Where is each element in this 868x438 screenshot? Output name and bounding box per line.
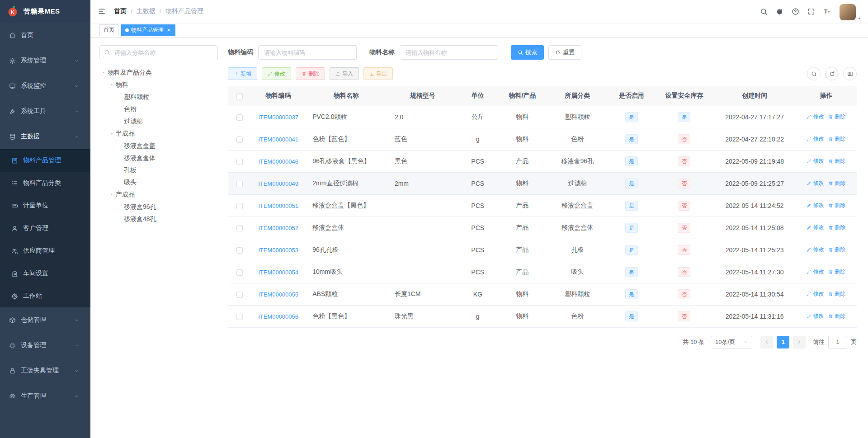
- sidebar-subitem[interactable]: 供应商管理: [0, 240, 90, 262]
- next-page-button[interactable]: [793, 336, 806, 349]
- row-checkbox[interactable]: [236, 314, 243, 320]
- font-size-button[interactable]: TT: [819, 0, 835, 23]
- edit-button[interactable]: 修改: [262, 67, 291, 80]
- item-code-link[interactable]: ITEM00000041: [258, 136, 298, 143]
- sidebar-item[interactable]: 工装夹具管理: [0, 358, 90, 383]
- tree-node[interactable]: 过滤棉: [99, 115, 218, 127]
- filter-input-1[interactable]: [400, 45, 498, 60]
- fullscreen-button[interactable]: [803, 0, 819, 23]
- tree-node[interactable]: 色粉: [99, 103, 218, 115]
- row-checkbox[interactable]: [236, 269, 243, 276]
- edit-link[interactable]: 修改: [807, 202, 824, 209]
- sidebar-subitem[interactable]: 物料产品分类: [0, 172, 90, 194]
- row-checkbox[interactable]: [236, 247, 243, 254]
- tree-node[interactable]: 产成品: [99, 188, 218, 201]
- sidebar-subitem[interactable]: 客户管理: [0, 217, 90, 240]
- delete-link[interactable]: 删除: [828, 113, 845, 121]
- sidebar-subitem[interactable]: 车间设置: [0, 262, 90, 285]
- tree-node[interactable]: 移液盒96孔: [99, 201, 218, 213]
- delete-link[interactable]: 删除: [828, 312, 845, 320]
- delete-link[interactable]: 删除: [828, 179, 845, 187]
- import-button[interactable]: 导入: [330, 67, 359, 80]
- item-code-link[interactable]: ITEM00000051: [258, 203, 298, 209]
- sidebar-item[interactable]: 设备管理: [0, 333, 90, 358]
- columns-button[interactable]: [843, 67, 857, 80]
- item-code-link[interactable]: ITEM00000049: [258, 180, 298, 187]
- help-button[interactable]: [788, 0, 803, 23]
- delete-link[interactable]: 删除: [828, 157, 845, 165]
- goto-page-input[interactable]: [828, 336, 847, 349]
- refresh-button[interactable]: [825, 67, 839, 80]
- add-button[interactable]: 新增: [228, 67, 257, 80]
- tree-node[interactable]: 移液盒盒体: [99, 152, 218, 164]
- github-button[interactable]: [772, 0, 788, 23]
- item-code-link[interactable]: ITEM00000053: [258, 247, 298, 254]
- tree-node[interactable]: 孔板: [99, 164, 218, 176]
- current-page-button[interactable]: 1: [777, 336, 789, 349]
- delete-link[interactable]: 删除: [828, 202, 845, 209]
- tag-view-item[interactable]: 首页: [99, 24, 118, 36]
- edit-link[interactable]: 修改: [807, 135, 824, 143]
- item-code-link[interactable]: ITEM00000037: [258, 114, 298, 121]
- tree-node[interactable]: 物料: [99, 79, 218, 91]
- row-checkbox[interactable]: [236, 159, 243, 165]
- edit-link[interactable]: 修改: [807, 179, 824, 187]
- sidebar-item[interactable]: 系统管理: [0, 48, 90, 73]
- edit-link[interactable]: 修改: [807, 246, 824, 254]
- tree-node[interactable]: 物料及产品分类: [99, 66, 218, 79]
- row-checkbox[interactable]: [236, 181, 243, 187]
- edit-link[interactable]: 修改: [807, 224, 824, 231]
- export-button[interactable]: 导出: [363, 67, 393, 80]
- delete-link[interactable]: 删除: [828, 246, 845, 254]
- sidebar-item[interactable]: 系统工具: [0, 99, 90, 124]
- tree-node[interactable]: 半成品: [99, 127, 218, 140]
- tree-node[interactable]: 移液盒盒盖: [99, 140, 218, 152]
- user-menu[interactable]: [840, 0, 862, 23]
- row-checkbox[interactable]: [236, 225, 243, 231]
- edit-link[interactable]: 修改: [807, 268, 824, 276]
- breadcrumb-item[interactable]: 首页: [114, 7, 127, 15]
- row-checkbox[interactable]: [236, 114, 243, 121]
- edit-link[interactable]: 修改: [807, 290, 824, 298]
- tree-node[interactable]: 塑料颗粒: [99, 91, 218, 103]
- tree-node[interactable]: 吸头: [99, 176, 218, 188]
- delete-link[interactable]: 删除: [828, 268, 845, 276]
- close-icon[interactable]: [166, 28, 171, 33]
- item-code-link[interactable]: ITEM00000054: [258, 269, 298, 276]
- sidebar-toggle-button[interactable]: [90, 0, 113, 23]
- item-code-link[interactable]: ITEM00000055: [258, 291, 298, 298]
- select-all-checkbox[interactable]: [236, 93, 243, 99]
- tag-view-item[interactable]: 物料产品管理: [121, 24, 175, 36]
- sidebar-subitem[interactable]: 计量单位: [0, 194, 90, 217]
- sidebar-item[interactable]: 系统监控: [0, 73, 90, 99]
- item-code-link[interactable]: ITEM00000056: [258, 313, 298, 320]
- delete-button[interactable]: 删除: [296, 67, 325, 80]
- item-code-link[interactable]: ITEM00000046: [258, 158, 298, 165]
- sidebar-item[interactable]: 仓储管理: [0, 307, 90, 333]
- delete-link[interactable]: 删除: [828, 224, 845, 231]
- filter-input-0[interactable]: [258, 45, 357, 60]
- row-checkbox[interactable]: [236, 292, 243, 298]
- sidebar-item[interactable]: 生产管理: [0, 383, 90, 409]
- edit-link[interactable]: 修改: [807, 113, 824, 121]
- tree-node[interactable]: 移液盒48孔: [99, 213, 218, 225]
- search-button[interactable]: 搜索: [511, 45, 544, 60]
- sidebar-item[interactable]: 主数据: [0, 124, 90, 149]
- category-search-input[interactable]: [99, 45, 218, 60]
- item-code-link[interactable]: ITEM00000052: [258, 225, 298, 231]
- sidebar-subitem[interactable]: 物料产品管理: [0, 149, 90, 172]
- prev-page-button[interactable]: [760, 336, 773, 349]
- sidebar-subitem[interactable]: 工作站: [0, 285, 90, 307]
- row-checkbox[interactable]: [236, 203, 243, 209]
- header-search-button[interactable]: [756, 0, 772, 23]
- edit-link[interactable]: 修改: [807, 312, 824, 320]
- edit-link[interactable]: 修改: [807, 157, 824, 165]
- row-checkbox[interactable]: [236, 137, 243, 143]
- show-search-button[interactable]: [807, 67, 821, 80]
- sidebar-item[interactable]: 首页: [0, 23, 90, 48]
- page-size-select[interactable]: 10条/页: [711, 336, 752, 349]
- delete-link[interactable]: 删除: [828, 290, 845, 298]
- avatar[interactable]: [840, 4, 856, 20]
- delete-link[interactable]: 删除: [828, 135, 845, 143]
- reset-button[interactable]: 重置: [548, 45, 581, 60]
